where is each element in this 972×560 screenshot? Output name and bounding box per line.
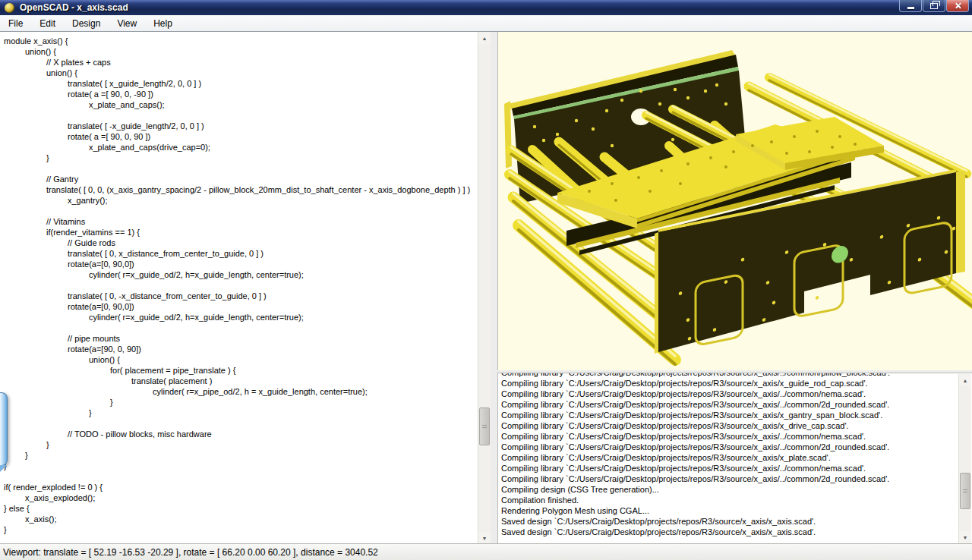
menu-item-help[interactable]: Help	[145, 16, 181, 31]
console-line: Compiling library `C:/Users/Craig/Deskto…	[501, 473, 972, 484]
code-line	[0, 471, 478, 482]
console-line: Compiling library `C:/Users/Craig/Deskto…	[501, 420, 972, 431]
code-line: union() {	[0, 354, 478, 365]
code-line: rotate(a=[0, 90,0])	[0, 301, 478, 312]
vertical-splitter[interactable]	[491, 32, 497, 544]
code-line: x_plate_and_caps();	[0, 99, 478, 110]
menu-item-view[interactable]: View	[109, 16, 145, 31]
menu-items: FileEditDesignViewHelp	[0, 18, 181, 29]
code-line: }	[0, 153, 478, 163]
code-line: rotate( a =[ 90, 0, -90 ])	[0, 89, 478, 99]
code-line: // X plates + caps	[0, 57, 478, 68]
console-line: Compiling library `C:/Users/Craig/Deskto…	[501, 452, 972, 463]
openscad-logo-icon	[5, 3, 14, 13]
code-line: for( placement = pipe_translate ) {	[0, 365, 478, 376]
scroll-up-icon[interactable]: ▲	[478, 32, 491, 44]
code-line: x_axis();	[0, 514, 478, 524]
close-icon	[955, 2, 961, 9]
console-scrollbar[interactable]: ▲ ▼	[958, 374, 971, 543]
main-area: module x_axis() {union() {// X plates + …	[0, 31, 972, 543]
code-line: if( render_exploded != 0 ) {	[0, 482, 478, 492]
code-line: translate( [ x_guide_length/2, 0, 0 ] )	[0, 78, 478, 89]
console-line: Compiling library `C:/Users/Craig/Deskto…	[501, 431, 972, 442]
code-line: }	[0, 397, 478, 407]
code-line: // TODO - pillow blocks, misc hardware	[0, 429, 478, 439]
console-line: Compiling library `C:/Users/Craig/Deskto…	[501, 410, 972, 420]
code-line	[0, 110, 478, 121]
console-output: Compiling library `C:/Users/Craig/Deskto…	[498, 373, 972, 537]
console-line: Saved design `C:/Users/Craig/Desktop/pro…	[501, 527, 972, 537]
menu-item-edit[interactable]: Edit	[31, 16, 64, 31]
title-bar[interactable]: OpenSCAD - x_axis.scad	[0, 0, 972, 15]
x-axis-3d-render	[498, 32, 972, 370]
code-line: }	[0, 407, 478, 418]
console-line: Compiling library `C:/Users/Craig/Deskto…	[501, 463, 972, 473]
code-line: } else {	[0, 503, 478, 514]
editor-scroll-thumb[interactable]	[479, 407, 490, 445]
console-scroll-thumb[interactable]	[960, 473, 970, 509]
code-line: translate( [ -x_guide_length/2, 0, 0 ] )	[0, 121, 478, 131]
code-line: }	[0, 524, 478, 535]
editor-scrollbar[interactable]: ▲ ▼	[478, 32, 491, 544]
code-line: cylinder( r=x_guide_od/2, h=x_guide_leng…	[0, 269, 478, 280]
restore-button[interactable]	[923, 0, 945, 12]
editor-text[interactable]: module x_axis() {union() {// X plates + …	[0, 32, 478, 535]
scroll-up-icon[interactable]: ▲	[959, 374, 971, 386]
console-line: Compiling library `C:/Users/Craig/Deskto…	[501, 389, 972, 399]
code-line: union() {	[0, 68, 478, 78]
notification-balloon-edge	[0, 392, 8, 466]
code-editor[interactable]: module x_axis() {union() {// X plates + …	[0, 32, 491, 544]
code-line: x_plate_and_caps(drive_cap=0);	[0, 142, 478, 153]
code-line: union() {	[0, 46, 478, 57]
restore-icon	[930, 3, 938, 9]
code-line: }	[0, 461, 478, 471]
code-line: }	[0, 450, 478, 461]
code-line: rotate( a =[ 90, 0, 90 ])	[0, 131, 478, 142]
code-line: module x_axis() {	[0, 36, 478, 46]
console-line: Saved design `C:/Users/Craig/Desktop/pro…	[501, 516, 972, 527]
code-line: // Gantry	[0, 174, 478, 184]
console-line: Compiling library `C:/Users/Craig/Deskto…	[501, 442, 972, 452]
minimize-icon	[907, 7, 914, 9]
code-line: // pipe mounts	[0, 333, 478, 344]
code-line: cylinder( r=x_pipe_od/2, h = x_guide_len…	[0, 386, 478, 397]
scroll-down-icon[interactable]: ▼	[478, 532, 491, 544]
console-line: Compiling design (CSG Tree generation)..…	[501, 484, 972, 495]
console-line: Compilation finished.	[501, 495, 972, 505]
code-line: rotate(a=[0, 90,0])	[0, 259, 478, 269]
menu-item-file[interactable]: File	[0, 16, 31, 31]
viewport-status-text: Viewport: translate = [ 52.19 -16.53 -20…	[3, 547, 378, 558]
console-panel: Compiling library `C:/Users/Craig/Deskto…	[497, 373, 972, 544]
console-line: Compiling library `C:/Users/Craig/Deskto…	[501, 373, 972, 378]
code-line	[0, 163, 478, 174]
code-line: // Guide rods	[0, 238, 478, 248]
code-line	[0, 418, 478, 429]
code-line: cylinder( r=x_guide_od/2, h=x_guide_leng…	[0, 312, 478, 322]
code-line: rotate(a=[90, 0, 90])	[0, 344, 478, 354]
code-line	[0, 206, 478, 216]
close-button[interactable]	[946, 0, 969, 12]
code-line: if(render_vitamins == 1) {	[0, 227, 478, 238]
code-line: translate( [ 0, x_distance_from_center_t…	[0, 248, 478, 259]
minimize-button[interactable]	[899, 0, 922, 12]
window-controls	[899, 0, 969, 12]
code-line	[0, 280, 478, 291]
code-line: translate( [ 0, 0, (x_axis_gantry_spacin…	[0, 184, 478, 195]
code-line: translate( [ 0, -x_distance_from_center_…	[0, 291, 478, 301]
3d-viewport[interactable]	[497, 32, 972, 370]
menu-bar: FileEditDesignViewHelp	[0, 15, 972, 32]
console-line: Rendering Polygon Mesh using CGAL...	[501, 505, 972, 516]
status-bar: Viewport: translate = [ 52.19 -16.53 -20…	[0, 543, 972, 560]
code-line: // Vitamins	[0, 216, 478, 227]
code-line: translate( placement )	[0, 376, 478, 386]
code-line: x_gantry();	[0, 195, 478, 206]
console-line: Compiling library `C:/Users/Craig/Deskto…	[501, 378, 972, 389]
code-line	[0, 322, 478, 333]
scroll-down-icon[interactable]: ▼	[959, 531, 971, 543]
code-line: }	[0, 439, 478, 450]
code-line: x_axis_exploded();	[0, 492, 478, 503]
console-line: Compiling library `C:/Users/Craig/Deskto…	[501, 399, 972, 410]
window-title: OpenSCAD - x_axis.scad	[20, 2, 128, 13]
menu-item-design[interactable]: Design	[64, 16, 109, 31]
